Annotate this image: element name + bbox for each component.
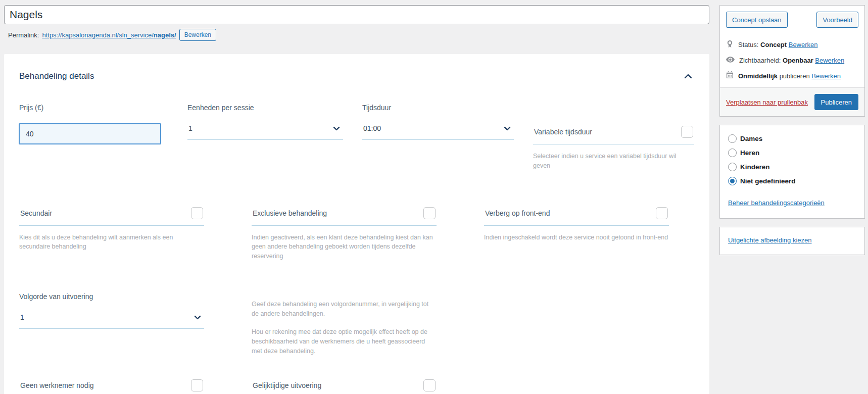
- permalink-edit-button[interactable]: Bewerken: [179, 29, 216, 41]
- permalink-base: https://kapsalonagenda.nl/sln_service/: [42, 31, 153, 39]
- permalink-link[interactable]: https://kapsalonagenda.nl/sln_service/na…: [42, 31, 176, 39]
- price-field: Prijs (€): [19, 104, 168, 171]
- post-title-input[interactable]: [4, 5, 709, 24]
- exclusive-checkbox[interactable]: [423, 207, 436, 219]
- secondary-checkbox[interactable]: [191, 207, 203, 219]
- radio-icon[interactable]: [728, 134, 737, 143]
- order-select[interactable]: 1: [19, 313, 204, 329]
- panel-header: Behandeling details: [19, 71, 694, 81]
- fields-row-2: Secundair Kies dit als u deze behandelin…: [19, 207, 694, 261]
- status-label: Status:: [738, 41, 758, 48]
- simultaneous-label: Gelijktijdige uitvoering: [253, 381, 321, 389]
- hide-frontend-field: Verberg op front-end Indien ingeschakeld…: [484, 207, 694, 261]
- service-edit-page: Permalink: https://kapsalonagenda.nl/sln…: [0, 0, 868, 394]
- secondary-label: Secundair: [20, 209, 52, 217]
- permalink-label: Permalink:: [8, 31, 39, 39]
- units-label: Eenheden per sessie: [187, 104, 343, 112]
- no-worker-field: Geen werknemer nodig: [19, 379, 229, 394]
- units-select[interactable]: 1: [187, 124, 343, 140]
- units-field: Eenheden per sessie 1: [187, 104, 343, 171]
- permalink-slug: nagels/: [154, 31, 176, 39]
- category-box: Dames Heren Kinderen Niet gedefinieerd B…: [719, 125, 865, 219]
- duration-label: Tijdsduur: [362, 104, 514, 112]
- chevron-down-icon: [333, 124, 340, 133]
- category-label: Dames: [740, 135, 762, 142]
- category-option-niet-gedefinieerd[interactable]: Niet gedefinieerd: [728, 177, 856, 185]
- publish-button[interactable]: Publiceren: [814, 94, 858, 110]
- hide-frontend-help: Indien ingeschakeld wordt deze service n…: [484, 233, 669, 242]
- visibility-edit-link[interactable]: Bewerken: [815, 57, 844, 64]
- visibility-row: Zichtbaarheid: Openbaar Bewerken: [726, 57, 858, 64]
- fields-row-3: Volgorde van uitvoering 1 Geef deze beha…: [19, 292, 694, 356]
- status-edit-link[interactable]: Bewerken: [789, 41, 818, 48]
- behandeling-details-panel: Behandeling details Prijs (€) Eenheden p…: [4, 54, 709, 394]
- price-label: Prijs (€): [19, 104, 168, 112]
- publish-box: Concept opslaan Voorbeeld Status: Concep…: [719, 5, 865, 117]
- category-option-heren[interactable]: Heren: [728, 149, 856, 157]
- variable-duration-checkbox[interactable]: [681, 126, 693, 138]
- schedule-value: Onmiddellijk: [738, 72, 778, 80]
- variable-duration-field: Variabele tijdsduur Selecteer indien u s…: [533, 104, 694, 171]
- save-draft-button[interactable]: Concept opslaan: [726, 12, 788, 28]
- eye-icon: [726, 57, 735, 64]
- chevron-down-icon: [194, 313, 201, 322]
- exclusive-field: Exclusieve behandeling Indien geactiveer…: [252, 207, 462, 261]
- no-worker-label: Geen werknemer nodig: [20, 381, 94, 389]
- exclusive-help: Indien geactiveerd, als een klant deze b…: [252, 233, 437, 261]
- category-label: Niet gedefinieerd: [740, 177, 796, 185]
- visibility-label: Zichtbaarheid:: [739, 57, 781, 64]
- status-value: Concept: [760, 41, 787, 48]
- hide-frontend-checkbox[interactable]: [656, 207, 668, 219]
- fields-row-4: Geen werknemer nodig Gelijktijdige uitvo…: [19, 379, 694, 394]
- category-option-dames[interactable]: Dames: [728, 134, 856, 143]
- featured-image-box: Uitgelichte afbeelding kiezen: [719, 227, 865, 255]
- category-label: Kinderen: [740, 163, 770, 171]
- main-column: Permalink: https://kapsalonagenda.nl/sln…: [4, 5, 709, 394]
- variable-duration-help: Selecteer indien u service een variabel …: [533, 152, 694, 171]
- category-option-kinderen[interactable]: Kinderen: [728, 163, 856, 171]
- order-help-column: Geef deze behandeling een volgordenummer…: [252, 292, 462, 356]
- no-worker-checkbox[interactable]: [191, 379, 203, 391]
- schedule-row: Onmiddellijk publiceren Bewerken: [726, 71, 858, 80]
- category-label: Heren: [740, 149, 759, 157]
- simultaneous-checkbox[interactable]: [423, 379, 436, 391]
- status-row: Status: Concept Bewerken: [726, 40, 858, 50]
- preview-button[interactable]: Voorbeeld: [816, 12, 858, 28]
- hide-frontend-label: Verberg op front-end: [485, 209, 550, 217]
- price-input[interactable]: [19, 124, 161, 144]
- schedule-edit-link[interactable]: Bewerken: [811, 72, 841, 80]
- calendar-icon: [726, 71, 734, 80]
- schedule-label: publiceren: [780, 72, 810, 80]
- simultaneous-field: Gelijktijdige uitvoering: [252, 379, 462, 394]
- secondary-field: Secundair Kies dit als u deze behandelin…: [19, 207, 229, 261]
- chevron-down-icon: [504, 124, 511, 133]
- radio-icon[interactable]: [728, 149, 737, 157]
- fields-row-1: Prijs (€) Eenheden per sessie 1 Tijdsduu…: [19, 104, 694, 171]
- units-value: 1: [188, 124, 192, 132]
- secondary-help: Kies dit als u deze behandeling wilt aan…: [19, 233, 204, 252]
- order-help-2: Hou er rekening mee dat deze optie mogel…: [252, 327, 437, 356]
- order-field: Volgorde van uitvoering 1: [19, 292, 229, 356]
- duration-select[interactable]: 01:00: [362, 124, 514, 140]
- manage-categories-link[interactable]: Beheer behandelingscategorieën: [728, 199, 825, 207]
- panel-title: Behandeling details: [19, 71, 94, 81]
- duration-value: 01:00: [363, 124, 381, 132]
- duration-field: Tijdsduur 01:00: [362, 104, 514, 171]
- permalink: Permalink: https://kapsalonagenda.nl/sln…: [8, 29, 709, 41]
- visibility-value: Openbaar: [783, 57, 813, 64]
- move-to-trash-link[interactable]: Verplaatsen naar prullenbak: [726, 98, 808, 106]
- exclusive-label: Exclusieve behandeling: [253, 209, 327, 217]
- order-help-1: Geef deze behandeling een volgordenummer…: [252, 300, 437, 319]
- variable-duration-label: Variabele tijdsduur: [534, 128, 592, 136]
- order-label: Volgorde van uitvoering: [19, 292, 229, 301]
- choose-featured-image-link[interactable]: Uitgelichte afbeelding kiezen: [728, 236, 812, 244]
- radio-icon[interactable]: [728, 163, 737, 171]
- sidebar: Concept opslaan Voorbeeld Status: Concep…: [719, 5, 865, 263]
- chevron-up-icon[interactable]: [682, 72, 694, 81]
- radio-icon[interactable]: [728, 177, 737, 185]
- order-value: 1: [20, 313, 24, 321]
- pin-icon: [726, 40, 734, 50]
